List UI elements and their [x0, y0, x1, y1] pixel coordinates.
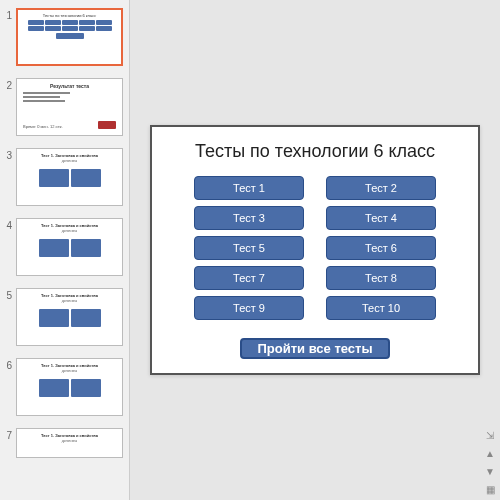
thumb-row: 7 Тест 1. Заготовка и свойства древесины	[0, 426, 129, 468]
main-slide-area: Тесты по технологии 6 класс Тест 1 Тест …	[130, 0, 500, 500]
test-buttons-grid: Тест 1 Тест 2 Тест 3 Тест 4 Тест 5 Тест …	[194, 176, 436, 320]
slide-thumb-4[interactable]: Тест 1. Заготовка и свойства древесины	[16, 218, 123, 276]
test-button-4[interactable]: Тест 4	[326, 206, 436, 230]
slide-thumb-5[interactable]: Тест 1. Заготовка и свойства древесины	[16, 288, 123, 346]
test-button-3[interactable]: Тест 3	[194, 206, 304, 230]
test-button-7[interactable]: Тест 7	[194, 266, 304, 290]
slide-thumb-7[interactable]: Тест 1. Заготовка и свойства древесины	[16, 428, 123, 458]
slide-thumb-6[interactable]: Тест 1. Заготовка и свойства древесины	[16, 358, 123, 416]
test-button-1[interactable]: Тест 1	[194, 176, 304, 200]
thumb-row: 5 Тест 1. Заготовка и свойства древесины	[0, 286, 129, 356]
test-button-10[interactable]: Тест 10	[326, 296, 436, 320]
fit-icon[interactable]: ⇲	[484, 430, 496, 442]
slide-thumb-2[interactable]: Результат теста Время: 0 мин. 12 сек.	[16, 78, 123, 136]
test-button-9[interactable]: Тест 9	[194, 296, 304, 320]
slide-thumb-1[interactable]: Тесты по технологии 6 класс	[16, 8, 123, 66]
test-button-6[interactable]: Тест 6	[326, 236, 436, 260]
thumb-row: 4 Тест 1. Заготовка и свойства древесины	[0, 216, 129, 286]
view-controls: ⇲ ▲ ▼ ▦	[484, 430, 496, 496]
slide-canvas: Тесты по технологии 6 класс Тест 1 Тест …	[150, 125, 480, 375]
thumbnail-panel: 1 Тесты по технологии 6 класс 2 Результа…	[0, 0, 130, 500]
thumb-row: 3 Тест 1. Заготовка и свойства древесины	[0, 146, 129, 216]
grid-icon[interactable]: ▦	[484, 484, 496, 496]
test-button-8[interactable]: Тест 8	[326, 266, 436, 290]
zoom-down-icon[interactable]: ▼	[484, 466, 496, 478]
thumb-number: 5	[4, 288, 16, 301]
thumb-number: 2	[4, 78, 16, 91]
thumb-number: 7	[4, 428, 16, 441]
thumb-row: 6 Тест 1. Заготовка и свойства древесины	[0, 356, 129, 426]
thumb-row: 2 Результат теста Время: 0 мин. 12 сек.	[0, 76, 129, 146]
thumb-number: 6	[4, 358, 16, 371]
slide-thumb-3[interactable]: Тест 1. Заготовка и свойства древесины	[16, 148, 123, 206]
test-button-2[interactable]: Тест 2	[326, 176, 436, 200]
test-button-5[interactable]: Тест 5	[194, 236, 304, 260]
zoom-up-icon[interactable]: ▲	[484, 448, 496, 460]
slide-title: Тесты по технологии 6 класс	[195, 141, 435, 162]
thumb-number: 1	[4, 8, 16, 21]
thumb-row: 1 Тесты по технологии 6 класс	[0, 6, 129, 76]
thumb-number: 3	[4, 148, 16, 161]
run-all-tests-button[interactable]: Пройти все тесты	[240, 338, 390, 359]
thumb-number: 4	[4, 218, 16, 231]
